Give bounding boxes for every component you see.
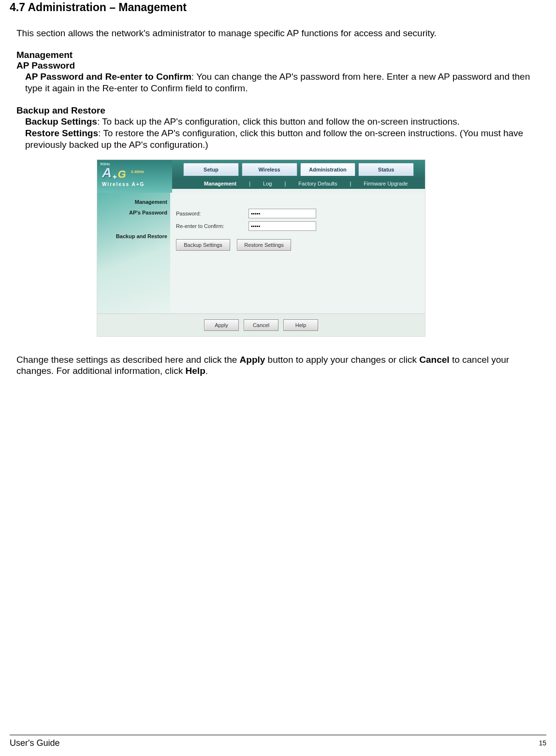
- closing-help-bold: Help: [186, 366, 205, 376]
- backup-desc-text: : To back up the AP's configuration, cli…: [97, 116, 460, 127]
- logo-letter-g: G: [117, 168, 126, 181]
- subnav-log[interactable]: Log: [250, 181, 284, 186]
- management-heading: Management: [10, 50, 546, 60]
- restore-desc-text: : To restore the AP's configuration, cli…: [25, 128, 523, 150]
- restore-desc: Restore Settings: To restore the AP's co…: [10, 128, 546, 151]
- page-footer: User's Guide 15: [10, 735, 546, 748]
- tab-setup[interactable]: Setup: [183, 163, 239, 176]
- closing-cancel-bold: Cancel: [419, 355, 449, 365]
- logo-plus: +: [113, 173, 117, 181]
- closing-paragraph: Change these settings as described here …: [10, 354, 546, 377]
- subnav-firmware-upgrade[interactable]: Firmware Upgrade: [351, 181, 420, 186]
- ap-password-label-bold: AP Password and Re-enter to Confirm: [25, 71, 191, 82]
- logo-tag-24ghz: 2.4GHz: [131, 170, 144, 174]
- sub-nav: Management | Log | Factory Defaults | Fi…: [172, 178, 425, 189]
- ap-password-desc: AP Password and Re-enter to Confirm: You…: [10, 71, 546, 94]
- backup-restore-heading: Backup and Restore: [10, 105, 546, 116]
- logo-subtitle: Wireless A+G: [102, 182, 172, 187]
- closing-mid: button to apply your changes or click: [265, 355, 419, 365]
- side-aps-password: AP's Password: [97, 207, 167, 218]
- backup-label-bold: Backup Settings: [25, 116, 97, 127]
- router-ui-panel: 5GHz 2.4GHz A + G Wireless A+G Setup Wir…: [97, 159, 425, 337]
- subnav-management[interactable]: Management: [191, 181, 249, 186]
- side-management: Management: [97, 197, 167, 207]
- backup-desc: Backup Settings: To back up the AP's con…: [10, 116, 546, 128]
- ap-password-heading: AP Password: [10, 60, 546, 71]
- subnav-factory-defaults[interactable]: Factory Defaults: [286, 181, 350, 186]
- closing-apply-bold: Apply: [240, 355, 265, 365]
- side-labels: Management AP's Password Backup and Rest…: [97, 193, 170, 314]
- restore-label-bold: Restore Settings: [25, 128, 98, 138]
- confirm-input[interactable]: [249, 221, 316, 231]
- footer-title: User's Guide: [10, 738, 59, 748]
- tab-administration[interactable]: Administration: [300, 163, 356, 176]
- page-number: 15: [539, 738, 546, 747]
- closing-pre: Change these settings as described here …: [16, 355, 240, 365]
- ui-footer-bar: Apply Cancel Help: [97, 314, 425, 336]
- cancel-button[interactable]: Cancel: [244, 319, 278, 331]
- confirm-label: Re-enter to Confirm:: [176, 223, 249, 229]
- section-heading: 4.7 Administration – Management: [10, 1, 546, 14]
- logo-letter-a: A: [102, 165, 112, 181]
- apply-button[interactable]: Apply: [204, 319, 239, 331]
- tab-wireless[interactable]: Wireless: [242, 163, 297, 176]
- help-button[interactable]: Help: [283, 319, 318, 331]
- logo-area: 5GHz 2.4GHz A + G Wireless A+G: [97, 160, 172, 193]
- intro-paragraph: This section allows the network's admini…: [10, 28, 546, 39]
- logo-tag-5ghz: 5GHz: [100, 162, 110, 166]
- backup-settings-button[interactable]: Backup Settings: [176, 239, 230, 251]
- tab-status[interactable]: Status: [358, 163, 414, 176]
- main-nav: Setup Wireless Administration Status: [172, 160, 425, 178]
- restore-settings-button[interactable]: Restore Settings: [237, 239, 291, 251]
- password-label: Password:: [176, 211, 249, 216]
- closing-end: .: [205, 366, 208, 376]
- side-backup-restore: Backup and Restore: [97, 230, 167, 264]
- password-input[interactable]: [249, 209, 316, 218]
